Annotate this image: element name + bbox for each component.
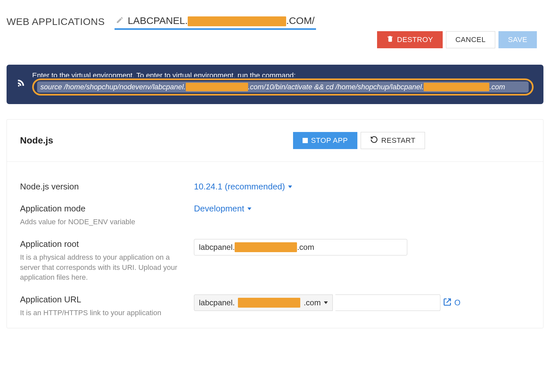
- trash-icon: [387, 35, 394, 44]
- card-title: Node.js: [20, 135, 53, 146]
- cmd-seg3: .com: [489, 83, 505, 91]
- app-root-suffix: .com: [297, 243, 314, 252]
- cmd-seg1: source /home/shopchup/nodevenv/labcpanel…: [40, 83, 186, 91]
- save-button[interactable]: SAVE: [498, 31, 537, 48]
- caret-down-icon: [247, 207, 251, 210]
- app-url-help: It is an HTTP/HTTPS link to your applica…: [20, 308, 178, 318]
- restart-icon: [370, 136, 378, 145]
- stop-label: STOP APP: [311, 136, 348, 145]
- app-mode-value: Development: [194, 204, 244, 214]
- nodejs-version-label: Node.js version: [20, 182, 194, 192]
- app-mode-help: Adds value for NODE_ENV variable: [20, 217, 178, 227]
- nodejs-version-select[interactable]: 10.24.1 (recommended): [194, 182, 292, 192]
- app-url-domain-suffix: .com: [304, 298, 321, 307]
- stop-icon: [303, 138, 308, 143]
- redacted-segment: [235, 242, 297, 252]
- app-name: LABCPANEL..COM/: [128, 15, 315, 26]
- app-url-path-input[interactable]: [335, 294, 440, 311]
- restart-button[interactable]: RESTART: [361, 132, 425, 149]
- app-mode-label: Application mode: [20, 204, 194, 214]
- redacted-segment: [188, 16, 286, 26]
- caret-down-icon: [288, 185, 292, 188]
- app-name-editor[interactable]: LABCPANEL..COM/: [115, 13, 316, 30]
- command-highlight: source /home/shopchup/nodevenv/labcpanel…: [32, 78, 534, 96]
- nodejs-version-value: 10.24.1 (recommended): [194, 182, 285, 192]
- rss-icon: [16, 78, 26, 89]
- app-name-suffix: .COM/: [286, 15, 315, 26]
- restart-label: RESTART: [381, 136, 415, 145]
- redacted-segment: [186, 83, 248, 91]
- app-root-prefix: labcpanel.: [199, 243, 235, 252]
- open-text-fragment[interactable]: O: [454, 298, 460, 307]
- app-root-input[interactable]: labcpanel. .com: [194, 239, 407, 255]
- app-url-label: Application URL: [20, 294, 194, 305]
- app-root-help: It is a physical address to your applica…: [20, 252, 178, 283]
- page-title: WEB APPLICATIONS: [7, 16, 105, 27]
- cancel-label: CANCEL: [455, 35, 486, 44]
- save-label: SAVE: [508, 35, 527, 44]
- nodejs-card: Node.js STOP APP RESTART Node.js version: [7, 119, 543, 328]
- app-mode-select[interactable]: Development: [194, 204, 251, 214]
- app-url-domain-select[interactable]: labcpanel. .com: [194, 294, 333, 311]
- cancel-button[interactable]: CANCEL: [446, 31, 495, 48]
- app-name-prefix: LABCPANEL.: [128, 15, 188, 26]
- virtualenv-banner: Enter to the virtual environment. To ent…: [7, 65, 543, 104]
- app-url-domain-prefix: labcpanel.: [199, 298, 235, 307]
- redacted-segment: [238, 298, 300, 308]
- cmd-seg2: .com/10/bin/activate && cd /home/shopchu…: [248, 83, 424, 91]
- app-root-label: Application root: [20, 239, 194, 249]
- pencil-icon: [116, 16, 124, 25]
- redacted-segment: [424, 83, 489, 91]
- stop-app-button[interactable]: STOP APP: [293, 132, 357, 149]
- banner-heading: Enter to the virtual environment. To ent…: [32, 71, 534, 77]
- open-external-icon[interactable]: [443, 298, 452, 308]
- destroy-label: DESTROY: [397, 35, 433, 44]
- virtualenv-command[interactable]: source /home/shopchup/nodevenv/labcpanel…: [37, 81, 529, 93]
- caret-down-icon: [324, 301, 328, 304]
- destroy-button[interactable]: DESTROY: [377, 31, 443, 48]
